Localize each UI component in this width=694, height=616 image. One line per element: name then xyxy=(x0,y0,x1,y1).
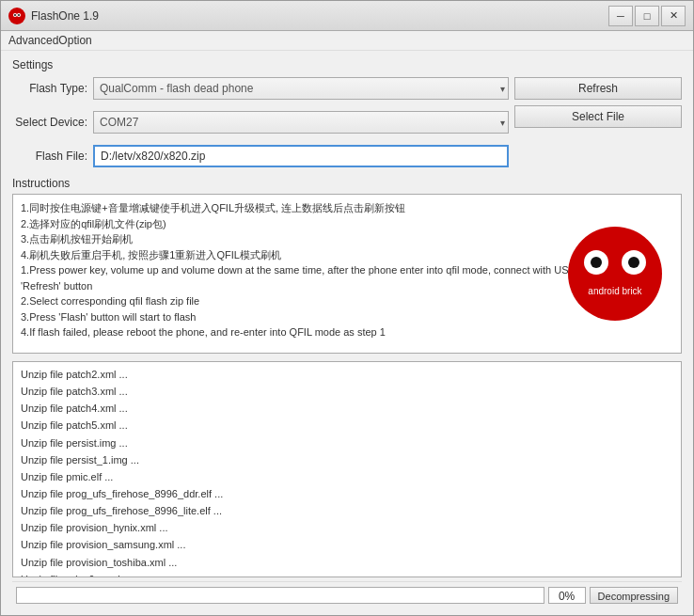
app-icon xyxy=(8,8,25,24)
flash-type-row: Flash Type: QualComm - flash dead phone … xyxy=(12,77,509,100)
menu-bar: AdvancedOption xyxy=(1,31,693,51)
instruction-line: 4.If flash failed, please reboot the pho… xyxy=(21,324,673,340)
flash-file-input[interactable] xyxy=(93,145,509,167)
maximize-button[interactable]: □ xyxy=(635,6,659,26)
main-window: FlashOne 1.9 ─ □ ✕ AdvancedOption Settin… xyxy=(0,0,694,616)
instructions-label: Instructions xyxy=(12,177,682,190)
log-content[interactable]: Unzip file patch2.xml ...Unzip file patc… xyxy=(13,362,681,577)
instruction-line: 1.同时按住电源键+音量增减键使手机进入QFIL升级模式, 连上数据线后点击刷新… xyxy=(21,200,673,216)
progress-label: 0% xyxy=(548,587,586,604)
log-line: Unzip file patch4.xml ... xyxy=(21,400,673,417)
log-line: Unzip file prog_ufs_firehose_8996_ddr.el… xyxy=(21,485,673,502)
menu-item-advanced-option[interactable]: AdvancedOption xyxy=(8,34,92,47)
settings-label: Settings xyxy=(12,58,682,71)
right-buttons: Refresh Select File xyxy=(514,77,682,128)
select-file-button[interactable]: Select File xyxy=(514,105,682,128)
refresh-button[interactable]: Refresh xyxy=(514,77,682,100)
select-device-label: Select Device: xyxy=(12,116,87,129)
log-line: Unzip file patch2.xml ... xyxy=(21,366,673,383)
logo-left-eye xyxy=(584,250,608,275)
log-line: Unzip file qdsp6sw.mbn ... xyxy=(21,571,673,577)
select-device-row: Select Device: COM27 ▾ xyxy=(12,111,509,134)
window-title: FlashOne 1.9 xyxy=(31,9,608,23)
window-controls: ─ □ ✕ xyxy=(608,6,686,26)
logo-right-pupil xyxy=(628,257,639,268)
settings-area: Flash Type: QualComm - flash dead phone … xyxy=(12,77,682,173)
select-device-select-wrapper: COM27 ▾ xyxy=(93,111,509,134)
main-content: Settings Flash Type: QualComm - flash de… xyxy=(1,51,693,615)
log-line: Unzip file provision_toshiba.xml ... xyxy=(21,554,673,571)
log-line: Unzip file patch5.xml ... xyxy=(21,417,673,434)
decompressing-label: Decompressing xyxy=(590,587,678,604)
instructions-section: Instructions 1.同时按住电源键+音量增减键使手机进入QFIL升级模… xyxy=(12,177,682,354)
instructions-box: 1.同时按住电源键+音量增减键使手机进入QFIL升级模式, 连上数据线后点击刷新… xyxy=(12,194,682,354)
log-section: Unzip file patch2.xml ...Unzip file patc… xyxy=(12,361,682,577)
logo-eyes xyxy=(584,250,646,275)
logo-circle: android brick xyxy=(568,227,662,321)
log-line: Unzip file persist_1.img ... xyxy=(21,451,673,468)
svg-point-4 xyxy=(18,14,20,16)
progress-bar-container xyxy=(16,587,544,604)
log-line: Unzip file provision_samsung.xml ... xyxy=(21,536,673,553)
logo-right-eye xyxy=(622,250,646,275)
flash-type-select-wrapper: QualComm - flash dead phone ▾ xyxy=(93,77,509,100)
fields-area: Flash Type: QualComm - flash dead phone … xyxy=(12,77,509,173)
flash-file-row: Flash File: xyxy=(12,145,509,167)
flash-type-label: Flash Type: xyxy=(12,82,87,95)
close-button[interactable]: ✕ xyxy=(661,6,686,26)
flash-type-select[interactable]: QualComm - flash dead phone xyxy=(93,77,509,100)
log-line: Unzip file pmic.elf ... xyxy=(21,468,673,485)
log-line: Unzip file patch3.xml ... xyxy=(21,383,673,400)
svg-point-0 xyxy=(11,10,23,22)
log-wrapper: Unzip file patch2.xml ...Unzip file patc… xyxy=(12,361,682,577)
select-device-select[interactable]: COM27 xyxy=(93,111,509,134)
logo-left-pupil xyxy=(591,257,602,268)
log-line: Unzip file prog_ufs_firehose_8996_lite.e… xyxy=(21,502,673,519)
title-bar: FlashOne 1.9 ─ □ ✕ xyxy=(1,1,693,31)
log-line: Unzip file persist.img ... xyxy=(21,434,673,451)
logo-overlay: android brick xyxy=(568,227,662,321)
logo-text: android brick xyxy=(588,284,641,298)
svg-point-3 xyxy=(14,14,16,16)
minimize-button[interactable]: ─ xyxy=(608,6,633,26)
flash-file-label: Flash File: xyxy=(12,150,87,163)
log-line: Unzip file provision_hynix.xml ... xyxy=(21,519,673,536)
status-bar: 0% Decompressing xyxy=(12,581,682,608)
